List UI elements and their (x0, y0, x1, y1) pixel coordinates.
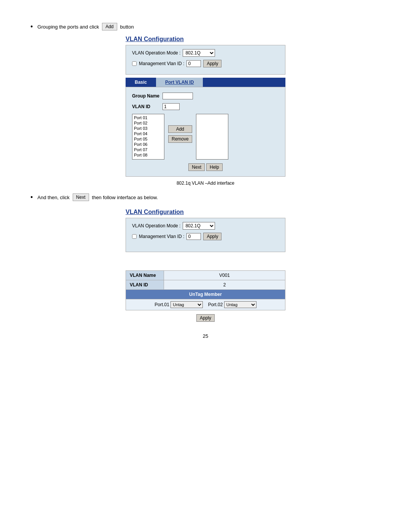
vlan-config-2-box: VLAN Operation Mode : 802.1Q Port-based … (126, 218, 285, 252)
port-cells: Port.01 Untag Tag Not Member Port.02 Unt… (126, 299, 285, 310)
port02-select[interactable]: Untag Tag Not Member (224, 301, 256, 308)
apply-button-1[interactable]: Apply (203, 60, 221, 67)
untag-member-header-row: UnTag Member (126, 290, 285, 299)
port-listbox-left[interactable]: Port 01 Port 02 Port 03 Port 04 Port 05 … (132, 114, 164, 160)
operation-mode-select-2[interactable]: 802.1Q Port-based (183, 222, 215, 230)
group-name-row: Group Name (132, 93, 279, 99)
bullet-1-after: button (120, 24, 134, 30)
caption-1: 802.1q VLAN –Add interface (30, 181, 381, 186)
add-inline-button[interactable]: Add (102, 23, 117, 30)
port-row: Port.01 Untag Tag Not Member Port.02 Unt… (126, 299, 285, 310)
management-vlan-row-2: Management Vlan ID : Apply (132, 233, 279, 240)
vlan-config-2-title: VLAN Configuration (126, 209, 285, 216)
port-08[interactable]: Port 08 (133, 152, 163, 158)
management-vlan-input-2[interactable] (186, 233, 201, 240)
tab-port-vlan-id-1[interactable]: Port VLAN ID (156, 78, 203, 87)
operation-mode-label-2: VLAN Operation Mode : (132, 223, 180, 228)
basic-panel-1: Group Name VLAN ID Port 01 Port 02 Port … (126, 87, 285, 177)
next-button-1[interactable]: Next (188, 163, 205, 171)
add-port-button[interactable]: Add (168, 125, 192, 133)
vlan-name-row: VLAN Name V001 (126, 271, 285, 280)
management-vlan-label-1: Management Vlan ID : (139, 61, 184, 66)
port01-select[interactable]: Untag Tag Not Member (170, 301, 203, 308)
vlan-name-value-cell: V001 (164, 271, 285, 280)
bullet-2-text: And then, click (37, 195, 70, 200)
operation-mode-label-1: VLAN Operation Mode : (132, 50, 180, 56)
vlan-config-1-inner: VLAN Operation Mode : 802.1Q Port-based … (126, 45, 285, 74)
management-vlan-checkbox-1[interactable] (132, 61, 137, 66)
group-name-label: Group Name (132, 93, 162, 99)
vlan-detail-table: VLAN Name V001 VLAN ID 2 UnTag Member Po… (126, 270, 285, 310)
vlan-config-1-title: VLAN Configuration (126, 36, 285, 43)
bullet-2: • And then, click Next then follow inter… (30, 193, 381, 201)
vlan-id-row-1: VLAN ID (132, 103, 279, 110)
apply-button-3[interactable]: Apply (196, 314, 215, 322)
apply-button-2[interactable]: Apply (203, 233, 221, 240)
bullet-1: • Grouping the ports and click Add butto… (30, 23, 381, 30)
port-04[interactable]: Port 04 (133, 131, 163, 136)
vlan-config-1: VLAN Configuration VLAN Operation Mode :… (30, 36, 381, 177)
port-buttons: Add Remove (168, 125, 192, 143)
bullet-1-text: Grouping the ports and click (37, 24, 99, 30)
vlan-config-2-inner: VLAN Operation Mode : 802.1Q Port-based … (126, 218, 285, 252)
next-inline-button[interactable]: Next (73, 193, 89, 201)
port-06[interactable]: Port 06 (133, 142, 163, 147)
bottom-buttons-1: Next Help (132, 163, 279, 171)
bullet-dot-2: • (30, 194, 33, 201)
vlan-config-2: VLAN Configuration VLAN Operation Mode :… (30, 209, 381, 322)
vlan-config-1-title-area: VLAN Configuration (126, 36, 285, 43)
tab-bar-1: Basic Port VLAN ID (126, 78, 285, 87)
vlan-id-label-1: VLAN ID (132, 104, 162, 109)
page-number: 25 (30, 333, 381, 339)
port-03[interactable]: Port 03 (133, 126, 163, 131)
management-vlan-label-2: Management Vlan ID : (139, 234, 184, 239)
port-07[interactable]: Port 07 (133, 147, 163, 152)
tab-basic-1[interactable]: Basic (126, 78, 156, 87)
port-01[interactable]: Port 01 (133, 115, 163, 120)
vlan-config-2-title-area: VLAN Configuration (126, 209, 285, 216)
port-05[interactable]: Port 05 (133, 136, 163, 142)
vlan-config-1-box: VLAN Operation Mode : 802.1Q Port-based … (126, 45, 285, 75)
vlan-name-label-cell: VLAN Name (126, 271, 164, 280)
management-vlan-row-1: Management Vlan ID : Apply (132, 60, 279, 67)
vlan-id-label-cell: VLAN ID (126, 280, 164, 290)
port-listbox-right[interactable] (196, 114, 228, 160)
vlan-id-row-2: VLAN ID 2 (126, 280, 285, 290)
operation-mode-select-1[interactable]: 802.1Q Port-based (183, 49, 215, 57)
management-vlan-input-1[interactable] (186, 60, 201, 67)
vlan-id-input-1[interactable] (162, 103, 180, 110)
port02-label: Port.02 (208, 302, 223, 307)
port01-label: Port.01 (155, 302, 169, 307)
bullet-2-after: then follow interface as below. (92, 195, 158, 200)
help-button-1[interactable]: Help (206, 163, 223, 171)
management-vlan-checkbox-2[interactable] (132, 234, 137, 239)
operation-mode-row-1: VLAN Operation Mode : 802.1Q Port-based (132, 49, 279, 57)
apply-button-area-2: Apply (30, 314, 381, 322)
vlan-id-value-cell: 2 (164, 280, 285, 290)
remove-port-button[interactable]: Remove (168, 135, 192, 143)
group-name-input[interactable] (162, 93, 193, 99)
bullet-dot-1: • (30, 23, 33, 30)
port-area-1: Port 01 Port 02 Port 03 Port 04 Port 05 … (132, 114, 279, 160)
port-02[interactable]: Port 02 (133, 120, 163, 126)
untag-member-header: UnTag Member (126, 290, 285, 299)
operation-mode-row-2: VLAN Operation Mode : 802.1Q Port-based (132, 222, 279, 230)
